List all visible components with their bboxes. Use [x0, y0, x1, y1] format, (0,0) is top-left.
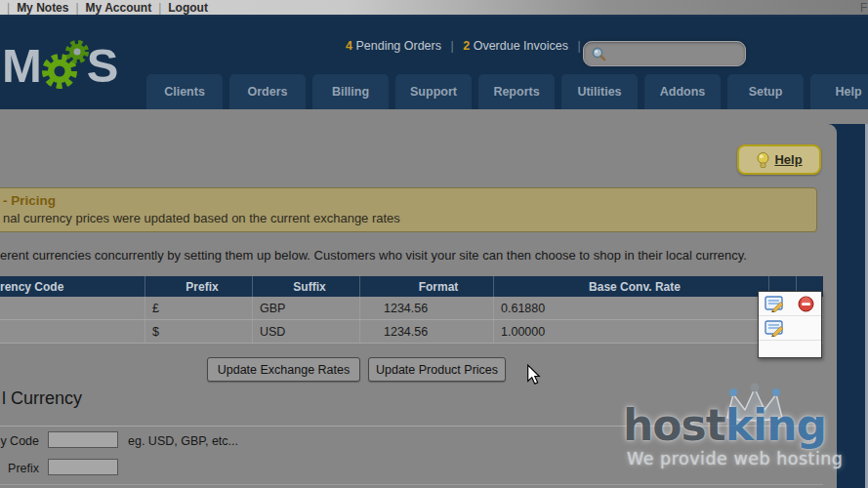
delete-currency-button[interactable] [790, 292, 821, 315]
content-top-strip [0, 109, 868, 124]
cell-code [0, 320, 145, 343]
topbar-separator: | [7, 1, 10, 15]
hostking-logo-text: hostking [623, 400, 826, 450]
cell-suffix: USD [252, 320, 359, 343]
edit-currency-button[interactable] [759, 292, 790, 315]
edit-currency-button[interactable] [759, 316, 790, 340]
update-product-prices-button[interactable]: Update Product Prices [368, 357, 506, 382]
topbar-separator: | [158, 1, 161, 15]
tab-support[interactable]: Support [395, 74, 472, 109]
currencies-table: rency Code Prefix Suffix Format Base Con… [0, 276, 823, 344]
col-base-conv-rate: Base Conv. Rate [493, 276, 768, 297]
admin-header: M S 4 Pending Orders | 2 Overdue Invoice… [0, 17, 868, 109]
col-suffix: Suffix [252, 276, 359, 297]
cell-code [0, 297, 145, 319]
hostking-tagline: We provide web hosting [627, 449, 843, 468]
actions-row [759, 292, 821, 316]
alert-body: nal currency prices were updated based o… [3, 211, 806, 225]
tab-orders[interactable]: Orders [229, 74, 306, 109]
pending-orders-label[interactable]: Pending Orders [355, 39, 441, 53]
overdue-invoices-label[interactable]: Overdue Invoices [474, 39, 568, 53]
my-account-link[interactable]: My Account [86, 1, 152, 15]
tab-clients[interactable]: Clients [146, 74, 223, 109]
edit-icon [765, 320, 784, 337]
cell-prefix: $ [145, 320, 252, 343]
my-notes-link[interactable]: My Notes [17, 1, 68, 15]
currency-code-label: y Code [0, 434, 39, 448]
col-prefix: Prefix [145, 276, 252, 297]
divider [0, 484, 823, 485]
edit-icon [765, 296, 784, 312]
main-nav-tabs: Clients Orders Billing Support Reports U… [146, 74, 868, 109]
search-input[interactable] [607, 47, 734, 61]
tab-setup[interactable]: Setup [727, 74, 804, 109]
admin-search-box[interactable] [583, 41, 746, 66]
logo-letter: S [87, 42, 117, 90]
cell-format: 1234.56 [359, 297, 493, 319]
logout-link[interactable]: Logout [168, 1, 208, 15]
cell-rate: 0.61880 [493, 297, 768, 319]
pricing-alert: - Pricing nal currency prices were updat… [0, 187, 817, 232]
table-row: £ GBP 1234.56 0.61880 [0, 297, 823, 320]
intro-text: erent currencies concurrently by setting… [0, 248, 820, 263]
tab-reports[interactable]: Reports [478, 74, 555, 109]
topbar: | My Notes | My Account | Logout F [0, 0, 868, 17]
tab-utilities[interactable]: Utilities [561, 74, 638, 109]
pending-orders-count: 4 [346, 39, 352, 53]
actions-row [759, 316, 821, 341]
prefix-label: Prefix [0, 462, 39, 475]
currency-code-input[interactable] [48, 431, 118, 448]
cell-prefix: £ [145, 297, 252, 319]
currency-code-hint: eg. USD, GBP, etc... [128, 434, 238, 448]
col-format: Format [359, 276, 493, 297]
cell-format: 1234.56 [359, 320, 493, 343]
cell-rate: 1.00000 [493, 320, 768, 343]
overdue-invoices-count: 2 [463, 39, 470, 53]
tab-help[interactable]: Help [810, 74, 868, 109]
mouse-cursor [526, 364, 541, 386]
window-chrome-fragment: F [860, 1, 867, 15]
prefix-input[interactable] [48, 459, 118, 475]
search-icon [591, 46, 607, 62]
help-button-label: Help [774, 152, 802, 167]
cell-suffix: GBP [252, 297, 359, 319]
tab-billing[interactable]: Billing [312, 74, 389, 109]
help-button[interactable]: Help [737, 144, 821, 175]
gear-icon [38, 38, 89, 93]
alert-title: - Pricing [3, 193, 806, 208]
topbar-separator: | [75, 1, 78, 15]
delete-icon [798, 296, 814, 312]
table-header-row: rency Code Prefix Suffix Format Base Con… [0, 276, 823, 297]
add-currency-heading: l Currency [2, 388, 82, 409]
lightbulb-icon [756, 151, 770, 169]
col-currency-code: rency Code [0, 276, 145, 297]
tab-addons[interactable]: Addons [644, 74, 721, 109]
logo-letter: M [2, 42, 40, 90]
table-row: $ USD 1234.56 1.00000 [0, 320, 823, 344]
row-actions-highlight-box [758, 291, 822, 358]
whmcs-logo: M S [2, 38, 117, 93]
cropped-text-fragment: - [3, 193, 8, 208]
update-exchange-rates-button[interactable]: Update Exchange Rates [207, 357, 360, 382]
